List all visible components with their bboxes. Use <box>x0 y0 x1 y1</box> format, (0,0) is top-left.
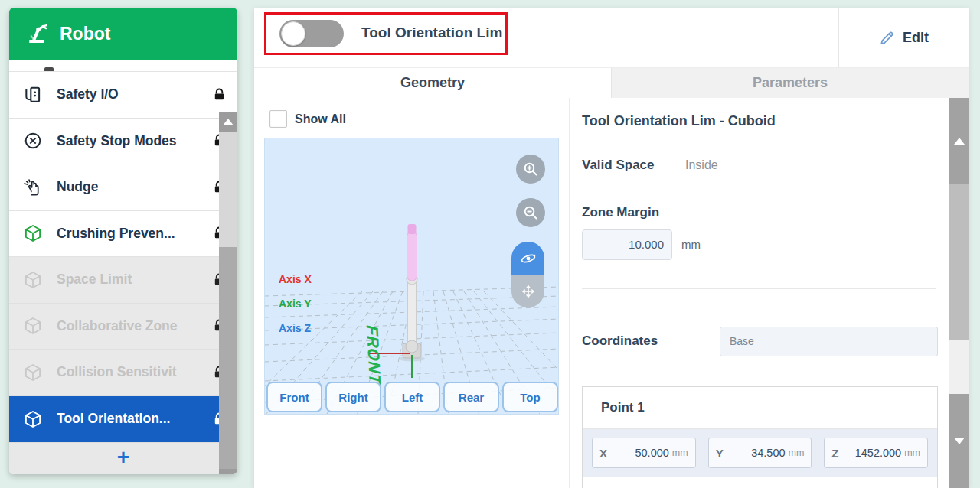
orbit-pan-control <box>511 242 544 307</box>
sidebar-item-label: Collision Sensitivit <box>57 364 177 380</box>
edit-button[interactable]: Edit <box>838 8 969 67</box>
sidebar-header: Robot <box>9 8 237 60</box>
triangle-up-icon <box>954 138 965 145</box>
sidebar-item-collaborative-zone[interactable]: Collaborative Zone <box>9 304 237 350</box>
geometry-content: Show All <box>254 98 969 488</box>
zone-margin-label: Zone Margin <box>582 205 659 220</box>
sidebar-item-safety-io[interactable]: Safety I/O <box>9 72 237 119</box>
sidebar-item-safety-stop-modes[interactable]: Safety Stop Modes <box>9 119 237 165</box>
sidebar-item-crushing-prevention[interactable]: Crushing Preven... <box>9 211 237 258</box>
column-divider <box>569 98 570 488</box>
coordinates-select[interactable]: Base <box>720 327 938 356</box>
sidebar-item-tool-orientation[interactable]: Tool Orientation... <box>9 396 237 443</box>
edit-label: Edit <box>903 30 929 46</box>
toggle-knob <box>281 21 305 46</box>
show-all-checkbox[interactable] <box>270 110 287 128</box>
x-unit: mm <box>672 447 688 458</box>
zoom-out-button[interactable] <box>516 198 545 227</box>
axis-z-label: Axis Z <box>279 322 311 334</box>
triangle-down-icon <box>954 438 965 444</box>
zone-margin-unit: mm <box>681 238 701 251</box>
pan-button[interactable] <box>511 275 544 307</box>
sidebar-item-partial[interactable] <box>9 60 237 72</box>
sidebar-item-label: Tool Orientation... <box>57 411 170 427</box>
view-buttons: Front Right Left Rear Top <box>266 382 558 412</box>
sidebar-nav-list: Safety I/O Safety Stop Modes <box>9 60 237 442</box>
point1-x-field[interactable]: X 50.000 mm <box>592 438 696 468</box>
scroll-down-button[interactable] <box>949 394 969 488</box>
point1-y-field[interactable]: Y 34.500 mm <box>708 438 812 468</box>
scrollbar-track[interactable] <box>949 340 969 394</box>
toggle-label: Tool Orientation Lim <box>361 24 502 41</box>
scroll-up-button[interactable] <box>949 98 969 184</box>
scroll-down-button[interactable] <box>219 469 237 474</box>
valid-space-value: Inside <box>685 158 718 172</box>
panel-header: Tool Orientation Lim Edit <box>254 8 969 67</box>
y-unit: mm <box>789 447 805 458</box>
main-panel: Tool Orientation Lim Edit Geometry Param… <box>254 8 969 488</box>
tool-orientation-toggle[interactable] <box>279 20 344 47</box>
show-all-label: Show All <box>295 112 346 126</box>
sidebar-item-label: Space Limit <box>57 272 132 288</box>
cube-icon <box>23 223 46 244</box>
y-value: 34.500 <box>751 447 785 459</box>
magnifier-plus-icon <box>521 160 540 178</box>
zoom-in-button[interactable] <box>516 155 545 184</box>
sidebar-item-space-limit[interactable]: Space Limit <box>9 257 237 304</box>
scrollbar-thumb[interactable] <box>219 247 237 469</box>
point1-header: Point 1 <box>583 387 937 429</box>
pan-arrows-icon <box>519 282 537 301</box>
robot-sidebar: Robot Safety I/O <box>9 8 237 474</box>
zone-margin-input[interactable]: 10.000 <box>582 229 672 260</box>
axis-x-label: Axis X <box>279 273 312 285</box>
cube-icon <box>23 269 46 291</box>
scrollbar-thumb[interactable] <box>949 184 969 340</box>
view-front-button[interactable]: Front <box>266 382 322 412</box>
tab-bar: Geometry Parameters <box>254 67 969 98</box>
x-value: 50.000 <box>635 447 668 459</box>
lock-icon <box>212 87 227 102</box>
zone-title: Tool Orientation Lim - Cuboid <box>582 113 776 129</box>
point1-fields-row: X 50.000 mm Y 34.500 mm Z 1452.000 mm <box>583 429 937 477</box>
3d-viewport[interactable]: Axis X Axis Y Axis Z FRONT <box>264 138 559 415</box>
stop-circle-x-icon <box>23 130 46 151</box>
details-scrollbar[interactable] <box>949 98 969 488</box>
point1-z-field[interactable]: Z 1452.000 mm <box>824 438 928 468</box>
sidebar-item-label: Safety I/O <box>57 86 119 102</box>
z-axis-label: Z <box>831 447 838 460</box>
section-divider <box>582 288 936 289</box>
add-zone-button[interactable]: + <box>9 442 237 474</box>
axis-y-label: Axis Y <box>279 298 312 310</box>
valid-space-row: Valid Space Inside <box>582 158 655 173</box>
triangle-up-icon <box>223 119 234 125</box>
io-device-icon <box>23 84 46 106</box>
zone-details: Tool Orientation Lim - Cuboid Valid Spac… <box>582 98 938 488</box>
point1-title: Point 1 <box>601 400 645 415</box>
magnifier-minus-icon <box>521 203 540 222</box>
view-top-button[interactable]: Top <box>502 382 558 412</box>
scroll-up-button[interactable] <box>219 112 237 132</box>
x-axis-label: X <box>599 447 607 460</box>
robot-arm-icon <box>23 20 51 47</box>
z-unit: mm <box>904 447 920 458</box>
view-right-button[interactable]: Right <box>325 382 381 412</box>
sidebar-item-collision-sensitivity[interactable]: Collision Sensitivit <box>9 350 237 396</box>
tab-parameters[interactable]: Parameters <box>611 68 969 98</box>
sidebar-item-label: Nudge <box>57 179 98 195</box>
orbit-button[interactable] <box>511 242 544 275</box>
front-floor-label: FRONT <box>363 323 384 387</box>
hand-push-icon <box>23 177 46 198</box>
cube-icon <box>23 315 46 337</box>
sidebar-title: Robot <box>60 24 110 44</box>
view-rear-button[interactable]: Rear <box>443 382 499 412</box>
sidebar-scrollbar[interactable] <box>219 112 237 474</box>
sidebar-item-nudge[interactable]: Nudge <box>9 164 237 211</box>
y-axis-label: Y <box>716 447 724 460</box>
view-left-button[interactable]: Left <box>384 382 440 412</box>
sidebar-item-label: Safety Stop Modes <box>57 133 177 149</box>
coordinates-label: Coordinates <box>582 333 658 349</box>
pencil-icon <box>878 29 896 47</box>
plus-icon: + <box>117 447 129 468</box>
tab-geometry[interactable]: Geometry <box>254 68 611 98</box>
show-all-control: Show All <box>270 110 346 128</box>
